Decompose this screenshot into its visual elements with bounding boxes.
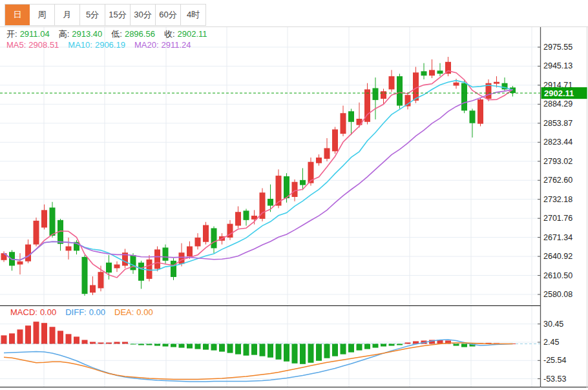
trading-chart-window: 2975.552945.132914.712884.292853.872823.… (0, 0, 588, 390)
macd-axis-tick: -25.54 (543, 356, 566, 365)
ohlc-readout: 开:2911.04高:2913.40低:2896.56收:2902.11 (6, 28, 216, 40)
y-axis-tick: 2853.87 (543, 119, 572, 128)
indicator-value: 0.00 (40, 307, 56, 317)
price-chart[interactable]: 2975.552945.132914.712884.292853.872823.… (0, 0, 588, 390)
macd-axis-tick: 2.45 (543, 338, 559, 347)
timeframe-tabbar: 日周月5分15分30分60分4时 (0, 0, 588, 27)
candles-group (1, 57, 516, 296)
tab-timeframe-4[interactable]: 15分 (105, 5, 131, 25)
indicator-value: 2906.19 (95, 40, 125, 50)
macd-readout: MACD:0.00DIFF:0.00DEA:0.00 (10, 307, 162, 317)
indicator-value: 2913.40 (72, 29, 102, 39)
y-axis-tick: 2610.50 (543, 271, 572, 280)
y-axis-tick: 2580.08 (543, 290, 572, 299)
tab-timeframe-7[interactable]: 4时 (181, 5, 205, 25)
y-axis-tick: 2701.76 (543, 214, 572, 223)
ma10-line (4, 81, 513, 271)
macd-axis-tick: -53.53 (543, 375, 566, 384)
timeframe-tabstrip: 日周月5分15分30分60分4时 (5, 4, 206, 26)
indicator-value: 2896.56 (125, 29, 155, 39)
y-axis-tick: 2793.02 (543, 157, 572, 166)
indicator-label: MA20: (134, 40, 159, 50)
tab-timeframe-1[interactable]: 周 (30, 5, 55, 25)
tab-timeframe-6[interactable]: 60分 (156, 5, 181, 25)
indicator-label: DEA: (114, 307, 134, 317)
dea-line (4, 343, 513, 380)
y-axis-tick: 2732.18 (543, 195, 572, 204)
indicator-label: DIFF: (65, 307, 87, 317)
indicator-label: 开: (6, 29, 17, 39)
indicator-label: MA10: (68, 40, 92, 50)
indicator-label: MACD: (10, 307, 37, 317)
indicator-label: 高: (59, 29, 70, 39)
ma-readout: MA5:2908.51MA10:2906.19MA20:2911.24 (6, 40, 200, 50)
ma20-line (4, 90, 513, 260)
tab-timeframe-2[interactable]: 月 (55, 5, 80, 25)
indicator-value: 2911.04 (20, 29, 50, 39)
indicator-value: 2911.24 (162, 40, 191, 50)
macd-axis-tick: 30.45 (543, 320, 563, 329)
macd-histogram (1, 322, 516, 364)
indicator-value: 2902.11 (178, 29, 207, 39)
indicator-value: 0.00 (136, 307, 152, 317)
indicator-label: MA5: (6, 40, 26, 50)
y-axis-tick: 2823.44 (543, 138, 572, 147)
y-axis-tick: 2671.34 (543, 233, 572, 242)
indicator-value: 2908.51 (28, 40, 59, 50)
current-price-tag-value: 2902.11 (544, 88, 574, 98)
y-axis-tick: 2884.29 (543, 99, 572, 108)
y-axis-tick: 2640.92 (543, 252, 572, 261)
tab-timeframe-3[interactable]: 5分 (80, 5, 105, 25)
tab-timeframe-0[interactable]: 日 (5, 5, 30, 25)
indicator-label: 低: (111, 29, 122, 39)
indicator-label: 收: (164, 29, 175, 39)
y-axis-tick: 2762.60 (543, 176, 572, 185)
tab-timeframe-5[interactable]: 30分 (131, 5, 156, 25)
indicator-value: 0.00 (89, 307, 105, 317)
y-axis-tick: 2945.13 (543, 61, 572, 70)
y-axis-tick: 2975.55 (543, 43, 572, 52)
